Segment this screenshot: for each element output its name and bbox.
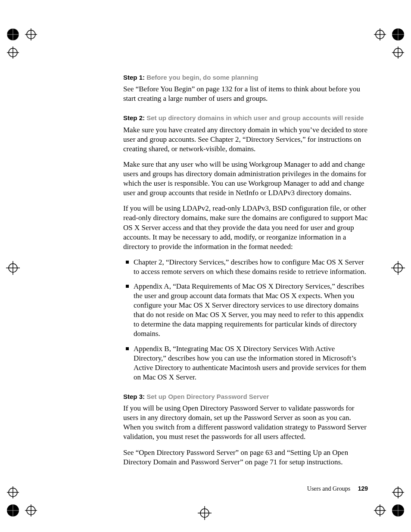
crosshair-icon — [196, 504, 213, 523]
step-3-paragraph-1: If you will be using Open Directory Pass… — [123, 404, 369, 442]
footer-section-title: Users and Groups — [307, 485, 350, 492]
step-1-label: Step 1: — [123, 74, 145, 81]
crosshair-icon — [389, 259, 407, 278]
step-3-heading: Step 3: Set up Open Directory Password S… — [123, 392, 369, 401]
crosshair-icon — [4, 259, 22, 278]
registration-mark-icon — [4, 480, 47, 519]
step-1-heading: Step 1: Before you begin, do some planni… — [123, 73, 369, 82]
step-2-paragraph-3: If you will be using LDAPv2, read-only L… — [123, 204, 369, 251]
step-1-block: Step 1: Before you begin, do some planni… — [123, 73, 369, 103]
step-1-title: Before you begin, do some planning — [146, 74, 258, 81]
list-item: Appendix B, “Integrating Mac OS X Direct… — [123, 344, 369, 382]
step-2-title: Set up directory domains in which user a… — [146, 114, 364, 121]
step-2-paragraph-2: Make sure that any user who will be usin… — [123, 160, 369, 198]
page-footer: Users and Groups 129 — [307, 485, 368, 492]
step-2-label: Step 2: — [123, 114, 145, 121]
step-2-paragraph-1: Make sure you have created any directory… — [123, 125, 369, 154]
step-3-label: Step 3: — [123, 393, 145, 400]
step-3-block: Step 3: Set up Open Directory Password S… — [123, 392, 369, 467]
page-number: 129 — [358, 485, 368, 492]
step-3-title: Set up Open Directory Password Server — [146, 393, 269, 400]
step-2-bullet-list: Chapter 2, “Directory Services,” describ… — [123, 258, 369, 382]
registration-mark-icon — [364, 480, 407, 519]
registration-mark-icon — [4, 26, 47, 65]
step-1-paragraph: See “Before You Begin” on page 132 for a… — [123, 84, 369, 103]
page-content: Step 1: Before you begin, do some planni… — [123, 73, 369, 477]
step-2-block: Step 2: Set up directory domains in whic… — [123, 114, 369, 382]
step-3-paragraph-2: See “Open Directory Password Server” on … — [123, 448, 369, 467]
list-item: Appendix A, “Data Requirements of Mac OS… — [123, 282, 369, 339]
step-2-heading: Step 2: Set up directory domains in whic… — [123, 114, 369, 122]
registration-mark-icon — [364, 26, 407, 65]
list-item: Chapter 2, “Directory Services,” describ… — [123, 258, 369, 277]
